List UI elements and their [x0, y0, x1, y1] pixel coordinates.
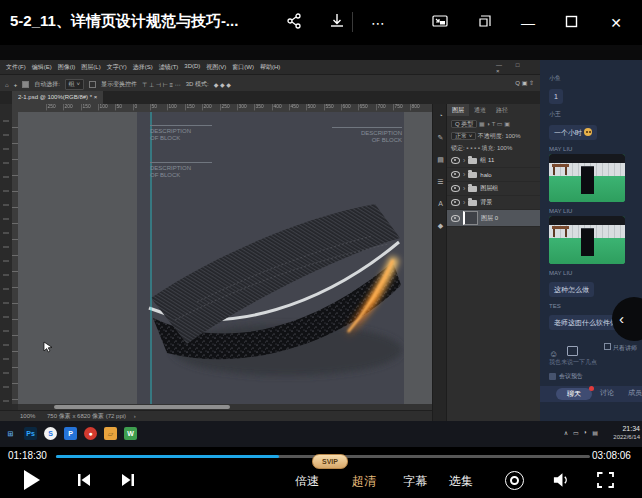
- explorer-app-icon: ▱: [104, 427, 117, 440]
- layers-panel: 图层通道路径 Q 类型 ▦ ◑ T ▭ ▣ 正常 ˅ 不透明度: 100% 锁定…: [446, 104, 541, 421]
- tray-icon: ▤: [592, 429, 598, 436]
- video-frame: 文件(F)编辑(E)图像(I)图层(L)文字(Y)选择(S)滤镜(T)3D(D)…: [0, 45, 642, 447]
- mode-icons: ◆ ◆ ◆: [214, 81, 231, 88]
- mode-label: 3D 模式:: [186, 80, 209, 89]
- ruler-top: 2502001501005005010015020025030035040045…: [12, 104, 432, 112]
- tray-icon: ▭: [573, 429, 579, 436]
- ps-menu-item: 滤镜(T): [159, 63, 179, 72]
- visibility-eye-icon: [451, 215, 460, 222]
- unread-badge: [589, 386, 594, 391]
- layers-panel-tabs: 图层通道路径: [447, 104, 513, 116]
- status-arrow: ›: [134, 413, 136, 419]
- visibility-eye-icon: [451, 199, 460, 206]
- thumbnail-table: [552, 164, 569, 167]
- notice-icon: [549, 373, 556, 380]
- mouse-cursor: [43, 341, 53, 353]
- ruler-tick: 150: [81, 104, 91, 110]
- move-tool-icon: +: [14, 82, 18, 88]
- photoshop-app-icon: Ps: [24, 427, 37, 440]
- collapsed-panels-column: ◔✎▤☰A◆: [432, 104, 447, 421]
- fullscreen-icon[interactable]: [597, 472, 614, 488]
- ruler-tick: 50: [115, 104, 122, 110]
- chat-message-list: 小鱼1小王一个小时MAY LIUMAY LIUMAY LIU这种怎么做TES老师…: [549, 68, 637, 336]
- mini-window-icon[interactable]: [475, 13, 495, 33]
- chat-video-thumbnail: [549, 216, 625, 264]
- ruler-tick: 750: [393, 104, 403, 110]
- ruler-tick: 300: [237, 104, 247, 110]
- episodes-button[interactable]: 选集: [449, 473, 473, 490]
- image-icon: [567, 346, 578, 356]
- group-folder-icon: [468, 158, 477, 164]
- align-icons: ⊤ ⊥ ⊣ ⊢ ≡ ⋯: [142, 81, 181, 88]
- ps-options-bar: ⌂ + 自动选择: 组 ˅ 显示变换控件 ⊤ ⊥ ⊣ ⊢ ≡ ⋯ 3D 模式: …: [0, 74, 540, 92]
- chat-tab-3: 成员: [628, 388, 642, 398]
- ps-document-tab-bar: 2-1.psd @ 100%(RGB/8#) * ×: [0, 91, 540, 104]
- disclosure-arrow-icon: ›: [463, 185, 465, 192]
- screencast-icon[interactable]: [505, 471, 524, 490]
- chat-sender-name: MAY LIU: [549, 146, 637, 152]
- group-folder-icon: [468, 172, 477, 178]
- quality-button[interactable]: 超清: [352, 473, 376, 490]
- doc-info: 750 像素 x 6820 像素 (72 ppi): [47, 413, 126, 419]
- layer-row: ›组 11: [447, 154, 541, 168]
- clone-panel-icon: ▤: [436, 156, 445, 164]
- taskbar-clock: 21:34 2022/6/14: [613, 424, 640, 442]
- music-app-icon: ●: [84, 427, 97, 440]
- chat-tab-2: 讨论: [600, 388, 614, 398]
- maximize-icon[interactable]: [561, 13, 581, 33]
- character-panel-icon: A: [436, 200, 445, 207]
- p-app-icon: P: [64, 427, 77, 440]
- layer-thumbnail: [463, 211, 478, 225]
- next-button[interactable]: [120, 472, 136, 488]
- scrollbar-thumb: [54, 405, 230, 409]
- layers-panel-tab: 路径: [491, 104, 513, 116]
- group-folder-icon: [468, 200, 477, 206]
- layer-row: 图层 0: [447, 210, 541, 227]
- group-folder-icon: [468, 186, 477, 192]
- pip-icon[interactable]: [430, 13, 450, 33]
- curves-panel-icon: ◔: [436, 112, 445, 119]
- chat-message-bubble: 这种怎么做: [549, 282, 594, 297]
- ps-menu-item: 视图(V): [206, 63, 226, 72]
- chat-input: 我也来说一下几点: [549, 358, 597, 367]
- auto-select-checkbox: [22, 81, 29, 88]
- chat-sidebar: 小鱼1小王一个小时MAY LIUMAY LIUMAY LIU这种怎么做TES老师…: [540, 60, 642, 421]
- chat-message-bubble: 1: [549, 89, 563, 104]
- ps-menu-item: 文字(Y): [107, 63, 127, 72]
- zoom-level: 100%: [20, 413, 35, 419]
- share-icon[interactable]: [284, 13, 304, 33]
- visibility-eye-icon: [451, 185, 460, 192]
- document-tab: 2-1.psd @ 100%(RGB/8#) * ×: [12, 91, 103, 104]
- download-icon[interactable]: [327, 13, 347, 33]
- total-time: 03:08:06: [592, 450, 631, 461]
- thumbnail-ceil: [549, 154, 625, 163]
- video-player-window: 5-2_11、详情页设计规范与技巧-... ⋯ — ✕ 文件(F)编辑(E)图像…: [0, 0, 642, 498]
- ps-menu-item: 3D(D): [184, 63, 200, 72]
- subtitle-button[interactable]: 字幕: [403, 473, 427, 490]
- ruler-tick: 150: [185, 104, 195, 110]
- lock-label: 锁定:: [451, 145, 465, 151]
- ps-menu-bar: 文件(F)编辑(E)图像(I)图层(L)文字(Y)选择(S)滤镜(T)3D(D)…: [6, 63, 280, 72]
- volume-icon[interactable]: [552, 472, 571, 488]
- ruler-tick: 0: [133, 104, 137, 110]
- title-bar: 5-2_11、详情页设计规范与技巧-... ⋯ — ✕: [0, 0, 642, 45]
- play-button[interactable]: [24, 470, 40, 490]
- more-icon[interactable]: ⋯: [368, 13, 388, 33]
- monkey-emoji-icon: [584, 128, 592, 136]
- layer-row: ›背景: [447, 196, 541, 210]
- office-app-icon: W: [124, 427, 137, 440]
- taskbar-time: 21:34: [613, 424, 640, 433]
- fill-label: 填充:: [482, 145, 496, 151]
- minimize-icon[interactable]: —: [518, 13, 538, 33]
- ps-menu-item: 编辑(E): [32, 63, 52, 72]
- ps-menu-item: 图层(L): [81, 63, 100, 72]
- speed-button[interactable]: 倍速: [295, 473, 319, 490]
- close-icon[interactable]: ✕: [606, 13, 626, 33]
- canvas-annotation: DESCRIPTIONOF BLOCK: [150, 162, 212, 179]
- lock-icons: ▪ ▪ ▪ ▪: [466, 145, 480, 151]
- previous-button[interactable]: [76, 472, 92, 488]
- layer-filter-row: Q 类型 ▦ ◑ T ▭ ▣: [451, 120, 538, 129]
- ps-corner-icons: Q ▣ ⇧: [515, 79, 534, 86]
- chat-notice: 会议预告: [549, 372, 583, 381]
- chat-sender-name: MAY LIU: [549, 208, 637, 214]
